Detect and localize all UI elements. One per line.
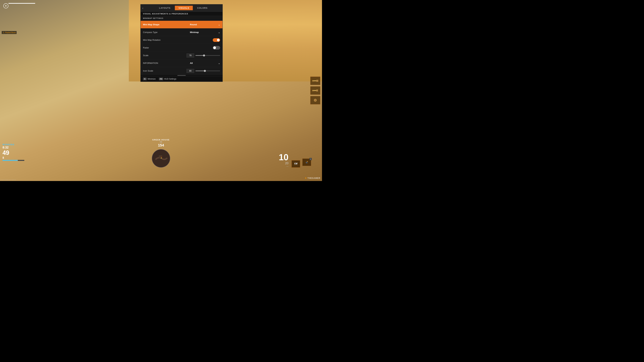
ammo-main: 10: [279, 153, 288, 162]
mini-map-shape-dropdown[interactable]: Round ⌄: [190, 23, 220, 26]
icon-scale-label: Icon Scale: [143, 69, 187, 72]
compass-type-value: Minimap ⌄: [190, 31, 220, 34]
ammo-count: 10 20 —: [279, 153, 288, 168]
svg-rect-5: [316, 80, 318, 82]
information-label: INFORMATION: [143, 62, 190, 64]
icon-scale-slider-track[interactable]: [196, 70, 220, 71]
mini-map-shape-label: Mini Map Shape: [143, 23, 190, 26]
packet-burst-indicator: ⚠ Packet Burst: [2, 31, 16, 34]
location-name: GREEN HOUSE: [152, 139, 170, 141]
equipment-area: 💣 1: [302, 159, 311, 166]
grenade-wrapper: 💣 1: [302, 159, 311, 166]
mini-map-rotation-toggle[interactable]: [213, 38, 220, 42]
weapon-icon-2: [310, 86, 320, 95]
top-health-bar: [8, 3, 35, 4]
chevron-down-icon-2: ⌄: [218, 31, 220, 34]
icon-scale-value: 80: [187, 69, 220, 73]
icon-scale-slider-container: 80: [187, 69, 220, 73]
tab-bar: ‹ LAYOUTS VISUALS COLORS: [141, 4, 222, 12]
packet-burst-label: Packet Burst: [5, 31, 16, 33]
score-display: WINNING 8:32 49 8: [2, 143, 24, 161]
toggle-knob: [217, 39, 220, 41]
compass-type-selected: Minimap: [190, 31, 199, 33]
minimize-label: Minimize: [148, 78, 156, 80]
setting-row-icon-scale[interactable]: Icon Scale 80: [141, 67, 222, 75]
mini-map-rotation-value: [213, 38, 220, 42]
svg-point-11: [314, 99, 316, 101]
weapon-icon-3: [310, 96, 320, 104]
radar-toggle[interactable]: [213, 46, 220, 50]
tactical-map-icon: 🗺: [292, 160, 300, 168]
radar-value: [213, 46, 220, 50]
back-button[interactable]: ‹: [142, 6, 144, 9]
icon-scale-slider-thumb: [204, 70, 206, 72]
ammo-minus-indicator: —: [279, 165, 288, 168]
chevron-down-icon-3: ⌄: [218, 61, 220, 65]
scroll-indicator: [178, 75, 186, 76]
setting-row-radar[interactable]: Radar: [141, 44, 222, 52]
location-distance: 154: [152, 143, 170, 147]
scale-slider-container: 78: [187, 53, 220, 57]
game-timer: 8:32: [2, 146, 24, 149]
mini-map-rotation-label: Mini Map Rotation: [143, 39, 213, 41]
compass-type-label: Compass Type: [143, 31, 190, 33]
location-direction: SE: [152, 141, 170, 143]
svg-rect-9: [312, 91, 314, 91]
scale-slider-fill: [196, 55, 204, 56]
setting-row-compass-type[interactable]: Compass Type Minimap ⌄: [141, 28, 222, 36]
setting-row-scale[interactable]: Scale 78: [141, 52, 222, 59]
crosshair-icon: [3, 3, 8, 8]
ammo-reserve: 20: [279, 162, 288, 165]
main-title: VISUAL ADJUSTMENTS & PREFERENCES: [141, 12, 222, 16]
scale-value-box: 78: [187, 53, 194, 57]
minimize-key: 5: [143, 78, 147, 80]
chevron-down-icon: ⌄: [218, 23, 220, 26]
svg-rect-6: [312, 81, 314, 82]
hud-settings-label: HUD Settings: [164, 78, 176, 80]
scale-slider-thumb: [203, 54, 205, 56]
watermark: ✕ THEGAMER: [305, 177, 320, 179]
watermark-text: THEGAMER: [308, 177, 320, 179]
icon-scale-value-box: 80: [187, 69, 194, 73]
grenade-count: 1: [310, 158, 312, 160]
scale-slider-track[interactable]: [196, 55, 220, 56]
hp-bar: [2, 160, 24, 161]
hud-settings-key: F3: [159, 78, 163, 80]
minimap: [152, 149, 170, 168]
information-dropdown[interactable]: All ⌄: [190, 61, 220, 65]
tabs-container: LAYOUTS VISUALS COLORS: [146, 6, 221, 10]
winning-status: WINNING: [2, 143, 24, 146]
hp-fill: [2, 160, 18, 161]
tab-colors[interactable]: COLORS: [194, 6, 211, 10]
packet-burst-icon: ⚠: [3, 31, 4, 34]
compass-area: GREEN HOUSE SE 154: [152, 139, 170, 147]
tg-icon: ✕: [305, 177, 308, 179]
mini-map-shape-selected: Round: [190, 23, 197, 26]
bottom-bar: 5 Minimize F3 HUD Settings: [141, 76, 222, 82]
setting-row-information[interactable]: INFORMATION All ⌄: [141, 59, 222, 67]
tab-visuals[interactable]: VISUALS: [175, 6, 193, 10]
mini-map-shape-value: Round ⌄: [190, 23, 220, 26]
tab-layouts[interactable]: LAYOUTS: [156, 6, 174, 10]
hotkey-hud-settings: F3 HUD Settings: [159, 78, 176, 80]
score-secondary: 8: [2, 156, 24, 159]
hotkey-minimize: 5 Minimize: [143, 78, 156, 80]
weapon-icons: [310, 77, 320, 104]
score-main: 49: [2, 149, 24, 156]
svg-rect-8: [316, 89, 318, 91]
toggle-knob-2: [213, 46, 216, 49]
weapon-3-svg: [312, 98, 319, 102]
minimap-circle: [152, 149, 170, 168]
setting-row-mini-map-rotation[interactable]: Mini Map Rotation: [141, 36, 222, 44]
scale-label: Scale: [143, 54, 187, 57]
dev-string: 1422134361337782024: [0, 179, 16, 181]
setting-row-mini-map-shape[interactable]: Mini Map Shape Round ⌄: [141, 21, 222, 28]
weapon-1-svg: [312, 79, 319, 82]
tactical-map-button[interactable]: 🗺: [292, 160, 300, 168]
scale-value: 78: [187, 53, 220, 57]
weapon-2-svg: [312, 89, 319, 92]
icon-scale-slider-fill: [196, 70, 205, 71]
compass-type-dropdown[interactable]: Minimap ⌄: [190, 31, 220, 34]
weapon-icon-1: [310, 77, 320, 85]
settings-panel: ‹ LAYOUTS VISUALS COLORS VISUAL ADJUSTME…: [140, 4, 223, 82]
